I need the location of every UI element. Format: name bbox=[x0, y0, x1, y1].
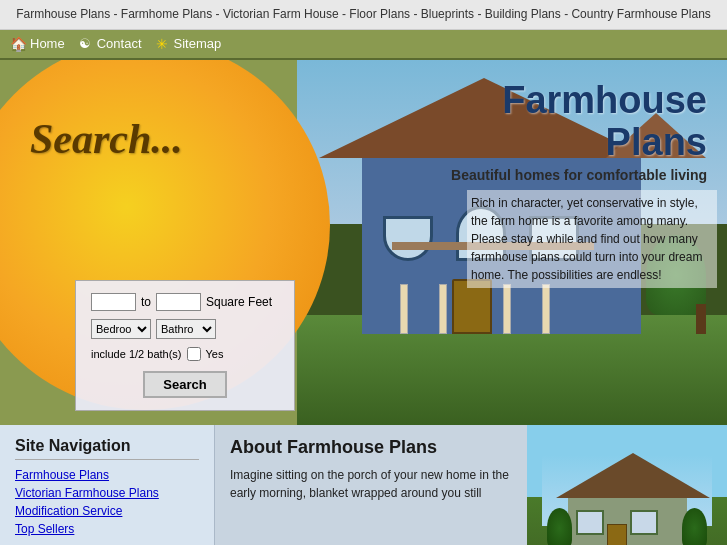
small-house-wrapper bbox=[542, 455, 712, 545]
sqft-label: Square Feet bbox=[206, 295, 272, 309]
bottom-section: Site Navigation Farmhouse Plans Victoria… bbox=[0, 425, 727, 545]
search-button[interactable]: Search bbox=[143, 371, 226, 398]
nav-home[interactable]: 🏠 Home bbox=[10, 36, 65, 52]
nav-contact-label: Contact bbox=[97, 36, 142, 51]
small-window-left bbox=[576, 510, 604, 535]
hero-section: Search... to Square Feet Bedroo 1 2 3 4 … bbox=[0, 60, 727, 425]
small-house-image bbox=[527, 425, 727, 545]
top-banner: Farmhouse Plans - Farmhome Plans - Victo… bbox=[0, 0, 727, 30]
max-sqft-input[interactable] bbox=[156, 293, 201, 311]
nav-link-farmhouse[interactable]: Farmhouse Plans bbox=[15, 468, 199, 482]
about-text: Imagine sitting on the porch of your new… bbox=[230, 466, 512, 502]
about-title: About Farmhouse Plans bbox=[230, 437, 512, 458]
search-cursive-text: Search... bbox=[30, 115, 183, 163]
site-navigation: Site Navigation Farmhouse Plans Victoria… bbox=[0, 425, 215, 545]
halfbath-row: include 1/2 bath(s) Yes bbox=[91, 347, 279, 361]
hero-title-area: Farmhouse Plans Beautiful homes for comf… bbox=[407, 80, 707, 184]
porch-col-3 bbox=[503, 284, 511, 334]
contact-icon: ☯ bbox=[77, 36, 93, 52]
nav-sitemap-label: Sitemap bbox=[174, 36, 222, 51]
nav-home-label: Home bbox=[30, 36, 65, 51]
halfbath-checkbox[interactable] bbox=[187, 347, 201, 361]
site-nav-title: Site Navigation bbox=[15, 437, 199, 460]
min-sqft-input[interactable] bbox=[91, 293, 136, 311]
small-window-right bbox=[630, 510, 658, 535]
site-subtitle: Beautiful homes for comfortable living bbox=[407, 167, 707, 183]
small-tree-left bbox=[547, 508, 572, 545]
small-house-bg bbox=[527, 425, 727, 545]
nav-bar: 🏠 Home ☯ Contact ✳ Sitemap bbox=[0, 30, 727, 60]
nav-link-modification[interactable]: Modification Service bbox=[15, 504, 199, 518]
nav-link-victorian[interactable]: Victorian Farmhouse Plans bbox=[15, 486, 199, 500]
hero-description: Rich in character, yet conservative in s… bbox=[467, 190, 717, 288]
yes-label: Yes bbox=[206, 348, 224, 360]
bedrooms-select[interactable]: Bedroo 1 2 3 4 bbox=[91, 319, 151, 339]
tree-trunk-right bbox=[696, 304, 706, 334]
halfbath-label: include 1/2 bath(s) bbox=[91, 348, 182, 360]
about-section: About Farmhouse Plans Imagine sitting on… bbox=[215, 425, 527, 545]
small-tree bbox=[682, 508, 707, 545]
to-label: to bbox=[141, 295, 151, 309]
nav-link-top-sellers[interactable]: Top Sellers bbox=[15, 522, 199, 536]
site-title: Farmhouse Plans bbox=[407, 80, 707, 164]
house-window-left bbox=[383, 216, 433, 261]
sitemap-icon: ✳ bbox=[154, 36, 170, 52]
porch-col-4 bbox=[542, 284, 550, 334]
bed-bath-row: Bedroo 1 2 3 4 Bathro 1 2 3 bbox=[91, 319, 279, 339]
home-icon: 🏠 bbox=[10, 36, 26, 52]
porch-col-2 bbox=[439, 284, 447, 334]
small-house-roof bbox=[556, 453, 710, 498]
porch-col-1 bbox=[400, 284, 408, 334]
sqft-row: to Square Feet bbox=[91, 293, 279, 311]
banner-text: Farmhouse Plans - Farmhome Plans - Victo… bbox=[16, 7, 711, 21]
nav-sitemap[interactable]: ✳ Sitemap bbox=[154, 36, 222, 52]
nav-contact[interactable]: ☯ Contact bbox=[77, 36, 142, 52]
bathrooms-select[interactable]: Bathro 1 2 3 bbox=[156, 319, 216, 339]
small-door bbox=[607, 524, 627, 545]
search-form: to Square Feet Bedroo 1 2 3 4 Bathro 1 2… bbox=[75, 280, 295, 411]
